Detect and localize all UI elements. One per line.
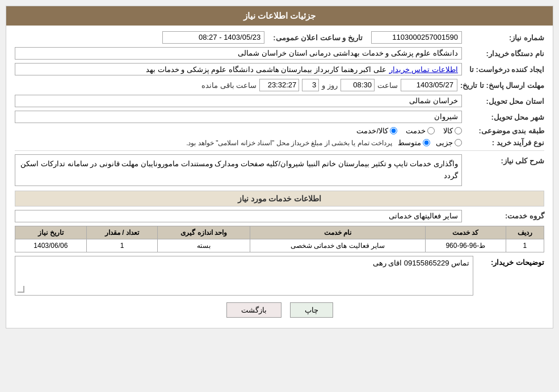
deadline-time: 08:30 xyxy=(341,79,375,91)
category-kala-khedmat-label: کالا/خدمت xyxy=(356,127,388,135)
service-group-value: سایر فعالیتهای خدماتی xyxy=(15,210,462,222)
page-title: جزئیات اطلاعات نیاز xyxy=(6,6,553,26)
category-kala-khedmat[interactable]: کالا/خدمت xyxy=(356,127,397,135)
category-khedmat[interactable]: خدمت xyxy=(406,127,435,135)
need-number-value: 1103000257001590 xyxy=(371,31,462,44)
buyer-notes-value: تماس 09155865229 اقای رهی xyxy=(15,256,473,296)
creator-label: ایجاد کننده درخواست: تا xyxy=(465,65,544,74)
col-header-row: ردیف xyxy=(506,226,544,239)
cell-unit: بسته xyxy=(158,239,250,252)
buyer-org-label: نام دستگاه خریدار: xyxy=(465,49,544,58)
category-kala-label: کالا xyxy=(443,127,453,135)
date-label: تاریخ و ساعت اعلان عمومی: xyxy=(267,33,368,42)
services-table: ردیف کد خدمت نام خدمت واحد اندازه گیری ت… xyxy=(15,226,544,252)
back-button[interactable]: بازگشت xyxy=(226,302,281,318)
category-kala[interactable]: کالا xyxy=(443,127,462,135)
services-section-title: اطلاعات خدمات مورد نیاز xyxy=(15,191,544,206)
date-value: 1403/05/23 - 08:27 xyxy=(162,31,264,44)
province-value: خراسان شمالی xyxy=(15,95,462,107)
deadline-date: 1403/05/27 xyxy=(401,79,457,91)
creator-value: علی اکبر رهنما کاربرداز بیمارستان هاشمی … xyxy=(146,65,386,74)
creator-link[interactable]: اطلاعات تماس خریدار xyxy=(389,65,458,74)
province-label: استان محل تحویل: xyxy=(465,97,544,106)
cell-date: 1403/06/06 xyxy=(15,239,87,252)
deadline-days-label: روز و xyxy=(322,81,338,90)
purchase-type-note: پرداخت تمام یا بخشی از مبلغ خریداز محل "… xyxy=(186,139,392,147)
buyer-org-value: دانشگاه علوم پزشکی و خدمات بهداشتی درمان… xyxy=(15,47,462,60)
need-number-label: شماره نیاز: xyxy=(465,33,544,42)
purchase-type-label: نوع فرآیند خرید : xyxy=(465,138,544,147)
cell-qty: 1 xyxy=(86,239,158,252)
purchase-type-jozyi-label: جزیی xyxy=(436,138,453,147)
service-group-label: گروه خدمت: xyxy=(465,212,544,220)
category-label: طبقه بندی موضوعی: xyxy=(465,127,544,135)
deadline-days: 3 xyxy=(302,79,319,91)
purchase-type-motavasset-label: متوسط xyxy=(398,138,421,147)
deadline-label: مهلت ارسال پاسخ: تا تاریخ: xyxy=(460,81,544,90)
col-header-name: نام خدمت xyxy=(250,226,425,239)
city-label: شهر محل تحویل: xyxy=(465,113,544,121)
deadline-remaining: 23:32:27 xyxy=(259,79,299,91)
description-label: شرح کلی نیاز: xyxy=(465,154,544,165)
cell-row: 1 xyxy=(506,239,544,252)
cell-code: ط-96-96-960 xyxy=(425,239,506,252)
category-khedmat-label: خدمت xyxy=(406,127,426,135)
city-value: شیروان xyxy=(15,111,462,123)
print-button[interactable]: چاپ xyxy=(290,302,333,318)
deadline-time-label: ساعت xyxy=(377,81,398,90)
cell-name: سایر فعالیت های خدماتی شخصی xyxy=(250,239,425,252)
table-row: 1 ط-96-96-960 سایر فعالیت های خدماتی شخص… xyxy=(15,239,544,252)
col-header-code: کد خدمت xyxy=(425,226,506,239)
purchase-type-motavasset[interactable]: متوسط xyxy=(398,138,430,147)
deadline-remaining-label: ساعت باقی مانده xyxy=(201,81,257,90)
purchase-type-jozyi[interactable]: جزیی xyxy=(436,138,462,147)
description-value: واگذاری خدمات تایپ و تکثیر بیمارستان خات… xyxy=(15,154,462,186)
col-header-qty: تعداد / مقدار xyxy=(86,226,158,239)
col-header-unit: واحد اندازه گیری xyxy=(158,226,250,239)
buyer-notes-label: توضیحات خریدار: xyxy=(476,256,544,267)
col-header-date: تاریخ نیاز xyxy=(15,226,87,239)
